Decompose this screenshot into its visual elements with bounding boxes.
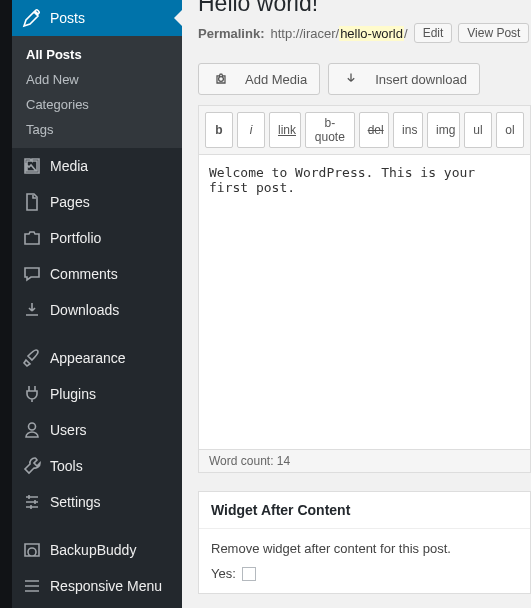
qt-i-button[interactable]: i: [237, 112, 265, 148]
sidebar-item-users[interactable]: Users: [12, 412, 182, 448]
post-content-textarea[interactable]: Welcome to WordPress. This is your first…: [199, 155, 530, 449]
sidebar-item-tools[interactable]: Tools: [12, 448, 182, 484]
sidebar-item-pages[interactable]: Pages: [12, 184, 182, 220]
metabox-title[interactable]: Widget After Content: [199, 492, 530, 529]
download-icon: [22, 300, 42, 320]
sidebar-item-settings[interactable]: Settings: [12, 484, 182, 520]
sidebar-item-media[interactable]: Media: [12, 148, 182, 184]
pin-icon: [22, 8, 42, 28]
sidebar-subitem-tags[interactable]: Tags: [12, 117, 182, 142]
sidebar-item-label: BackupBuddy: [50, 542, 136, 558]
permalink-slug[interactable]: hello-world: [339, 26, 404, 41]
portfolio-icon: [22, 228, 42, 248]
qt-b-button[interactable]: b: [205, 112, 233, 148]
quicktags-toolbar: bilinkb-quotedelinsimgulol: [199, 106, 530, 155]
edit-permalink-button[interactable]: Edit: [414, 23, 453, 43]
sidebar-item-label: Pages: [50, 194, 90, 210]
media-icon: [22, 156, 42, 176]
brush-icon: [22, 348, 42, 368]
permalink-row: Permalink: http://iracer/hello-world/ Ed…: [198, 19, 531, 55]
sidebar-item-label: Settings: [50, 494, 101, 510]
backup-icon: [22, 540, 42, 560]
admin-sidebar: PostsAll PostsAdd NewCategoriesTagsMedia…: [0, 0, 182, 608]
sidebar-subitem-add-new[interactable]: Add New: [12, 67, 182, 92]
sidebar-item-label: Media: [50, 158, 88, 174]
sidebar-item-label: Plugins: [50, 386, 96, 402]
sidebar-item-label: Posts: [50, 10, 85, 26]
qt-ins-button[interactable]: ins: [393, 112, 423, 148]
permalink-url: http://iracer/hello-world/: [270, 26, 407, 41]
plug-icon: [22, 384, 42, 404]
permalink-label: Permalink:: [198, 26, 264, 41]
user-icon: [22, 420, 42, 440]
sidebar-item-label: Tools: [50, 458, 83, 474]
sidebar-item-label: Appearance: [50, 350, 126, 366]
editor-box: bilinkb-quotedelinsimgulol Welcome to Wo…: [198, 105, 531, 450]
page-icon: [22, 192, 42, 212]
sidebar-item-portfolio[interactable]: Portfolio: [12, 220, 182, 256]
download-arrow-icon: [341, 69, 361, 89]
sidebar-item-label: Responsive Menu: [50, 578, 162, 594]
sidebar-item-label: Comments: [50, 266, 118, 282]
metabox-desc: Remove widget after content for this pos…: [211, 541, 518, 556]
sidebar-subitem-categories[interactable]: Categories: [12, 92, 182, 117]
metabox-checkbox-label: Yes:: [211, 566, 236, 581]
comment-icon: [22, 264, 42, 284]
sidebar-item-backupbuddy[interactable]: BackupBuddy: [12, 532, 182, 568]
sidebar-item-responsive-menu[interactable]: Responsive Menu: [12, 568, 182, 604]
sidebar-item-posts[interactable]: Posts: [12, 0, 182, 36]
media-toolbar: Add Media Insert download: [198, 63, 531, 95]
sidebar-item-label: Portfolio: [50, 230, 101, 246]
insert-download-button[interactable]: Insert download: [328, 63, 480, 95]
sidebar-item-label: Users: [50, 422, 87, 438]
widget-after-content-metabox: Widget After Content Remove widget after…: [198, 491, 531, 594]
view-post-button[interactable]: View Post: [458, 23, 529, 43]
qt-img-button[interactable]: img: [427, 112, 460, 148]
camera-icon: [211, 69, 231, 89]
sidebar-item-plugins[interactable]: Plugins: [12, 376, 182, 412]
qt-ul-button[interactable]: ul: [464, 112, 492, 148]
sidebar-subitem-all-posts[interactable]: All Posts: [12, 42, 182, 67]
collapse-bar[interactable]: [0, 0, 12, 608]
sidebar-item-downloads[interactable]: Downloads: [12, 292, 182, 328]
qt-del-button[interactable]: del: [359, 112, 389, 148]
qt-link-button[interactable]: link: [269, 112, 301, 148]
qt-b-quote-button[interactable]: b-quote: [305, 112, 355, 148]
qt-ol-button[interactable]: ol: [496, 112, 524, 148]
wrench-icon: [22, 456, 42, 476]
main-content: Hello world! Permalink: http://iracer/he…: [182, 0, 531, 608]
wordcount-value: 14: [277, 454, 290, 468]
sidebar-item-label: Downloads: [50, 302, 119, 318]
wordcount-bar: Word count: 14: [198, 450, 531, 473]
sidebar-item-appearance[interactable]: Appearance: [12, 340, 182, 376]
sliders-icon: [22, 492, 42, 512]
hamburger-icon: [22, 576, 42, 596]
sidebar-item-displaybuddy[interactable]: DisplayBuddy: [12, 604, 182, 608]
add-media-button[interactable]: Add Media: [198, 63, 320, 95]
sidebar-item-comments[interactable]: Comments: [12, 256, 182, 292]
post-title: Hello world!: [198, 0, 531, 19]
remove-widget-checkbox[interactable]: [242, 567, 256, 581]
